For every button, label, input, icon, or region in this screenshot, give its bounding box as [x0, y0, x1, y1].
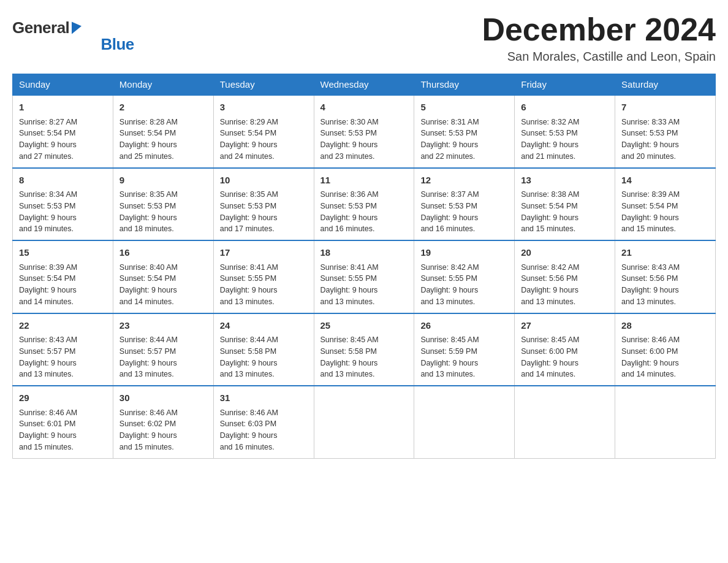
calendar-cell: 10Sunrise: 8:35 AMSunset: 5:53 PMDayligh… [213, 168, 314, 241]
calendar-cell: 18Sunrise: 8:41 AMSunset: 5:55 PMDayligh… [314, 240, 414, 313]
week-row-5: 29Sunrise: 8:46 AMSunset: 6:01 PMDayligh… [13, 386, 716, 458]
day-number: 28 [621, 319, 709, 333]
calendar-cell: 20Sunrise: 8:42 AMSunset: 5:56 PMDayligh… [515, 240, 615, 313]
week-row-3: 15Sunrise: 8:39 AMSunset: 5:54 PMDayligh… [13, 240, 716, 313]
day-number: 7 [621, 101, 709, 115]
day-number: 24 [220, 319, 308, 333]
day-number: 2 [119, 101, 207, 115]
calendar-cell: 17Sunrise: 8:41 AMSunset: 5:55 PMDayligh… [213, 240, 314, 313]
title-section: December 2024 San Morales, Castille and … [482, 12, 716, 64]
weekday-header-thursday: Thursday [414, 74, 515, 96]
day-info: Sunrise: 8:34 AMSunset: 5:53 PMDaylight:… [19, 189, 107, 235]
day-number: 1 [19, 101, 107, 115]
day-info: Sunrise: 8:45 AMSunset: 5:58 PMDaylight:… [320, 334, 408, 380]
day-info: Sunrise: 8:42 AMSunset: 5:56 PMDaylight:… [521, 262, 609, 308]
calendar-cell: 30Sunrise: 8:46 AMSunset: 6:02 PMDayligh… [113, 386, 213, 458]
calendar-cell: 22Sunrise: 8:43 AMSunset: 5:57 PMDayligh… [13, 313, 113, 386]
day-number: 5 [420, 101, 508, 115]
day-number: 20 [521, 246, 609, 260]
day-info: Sunrise: 8:40 AMSunset: 5:54 PMDaylight:… [119, 262, 207, 308]
day-info: Sunrise: 8:29 AMSunset: 5:54 PMDaylight:… [220, 117, 308, 163]
calendar-cell: 3Sunrise: 8:29 AMSunset: 5:54 PMDaylight… [213, 95, 314, 168]
day-info: Sunrise: 8:31 AMSunset: 5:53 PMDaylight:… [420, 117, 508, 163]
day-info: Sunrise: 8:43 AMSunset: 5:56 PMDaylight:… [621, 262, 709, 308]
calendar-cell: 13Sunrise: 8:38 AMSunset: 5:54 PMDayligh… [515, 168, 615, 241]
location-title: San Morales, Castille and Leon, Spain [482, 50, 716, 64]
day-number: 16 [119, 246, 207, 260]
day-info: Sunrise: 8:41 AMSunset: 5:55 PMDaylight:… [320, 262, 408, 308]
calendar-cell: 12Sunrise: 8:37 AMSunset: 5:53 PMDayligh… [414, 168, 515, 241]
weekday-header-friday: Friday [515, 74, 615, 96]
calendar-cell: 16Sunrise: 8:40 AMSunset: 5:54 PMDayligh… [113, 240, 213, 313]
day-number: 13 [521, 174, 609, 188]
day-number: 25 [320, 319, 408, 333]
calendar-cell: 4Sunrise: 8:30 AMSunset: 5:53 PMDaylight… [314, 95, 414, 168]
day-number: 19 [420, 246, 508, 260]
day-number: 4 [320, 101, 408, 115]
calendar-table: SundayMondayTuesdayWednesdayThursdayFrid… [12, 74, 716, 459]
day-number: 30 [119, 391, 207, 405]
page-header: General General Blue December 2024 San M… [12, 12, 716, 64]
day-number: 21 [621, 246, 709, 260]
weekday-header-wednesday: Wednesday [314, 74, 414, 96]
calendar-cell [515, 386, 615, 458]
day-info: Sunrise: 8:39 AMSunset: 5:54 PMDaylight:… [621, 189, 709, 235]
weekday-header-sunday: Sunday [13, 74, 113, 96]
weekday-header-row: SundayMondayTuesdayWednesdayThursdayFrid… [13, 74, 716, 96]
calendar-cell: 27Sunrise: 8:45 AMSunset: 6:00 PMDayligh… [515, 313, 615, 386]
day-info: Sunrise: 8:41 AMSunset: 5:55 PMDaylight:… [220, 262, 308, 308]
calendar-cell: 9Sunrise: 8:35 AMSunset: 5:53 PMDaylight… [113, 168, 213, 241]
day-info: Sunrise: 8:46 AMSunset: 6:01 PMDaylight:… [19, 407, 107, 453]
logo-triangle-icon [72, 20, 82, 34]
day-number: 8 [19, 174, 107, 188]
day-number: 27 [521, 319, 609, 333]
day-info: Sunrise: 8:46 AMSunset: 6:02 PMDaylight:… [119, 407, 207, 453]
calendar-cell: 19Sunrise: 8:42 AMSunset: 5:55 PMDayligh… [414, 240, 515, 313]
week-row-4: 22Sunrise: 8:43 AMSunset: 5:57 PMDayligh… [13, 313, 716, 386]
calendar-cell: 25Sunrise: 8:45 AMSunset: 5:58 PMDayligh… [314, 313, 414, 386]
calendar-cell: 6Sunrise: 8:32 AMSunset: 5:53 PMDaylight… [515, 95, 615, 168]
weekday-header-tuesday: Tuesday [213, 74, 314, 96]
calendar-cell: 31Sunrise: 8:46 AMSunset: 6:03 PMDayligh… [213, 386, 314, 458]
day-number: 26 [420, 319, 508, 333]
day-info: Sunrise: 8:38 AMSunset: 5:54 PMDaylight:… [521, 189, 609, 235]
calendar-cell: 7Sunrise: 8:33 AMSunset: 5:53 PMDaylight… [615, 95, 716, 168]
day-info: Sunrise: 8:45 AMSunset: 5:59 PMDaylight:… [420, 334, 508, 380]
day-info: Sunrise: 8:32 AMSunset: 5:53 PMDaylight:… [521, 117, 609, 163]
day-info: Sunrise: 8:46 AMSunset: 6:03 PMDaylight:… [220, 407, 308, 453]
calendar-cell [615, 386, 716, 458]
calendar-cell: 26Sunrise: 8:45 AMSunset: 5:59 PMDayligh… [414, 313, 515, 386]
day-info: Sunrise: 8:33 AMSunset: 5:53 PMDaylight:… [621, 117, 709, 163]
day-info: Sunrise: 8:42 AMSunset: 5:55 PMDaylight:… [420, 262, 508, 308]
day-number: 15 [19, 246, 107, 260]
day-info: Sunrise: 8:36 AMSunset: 5:53 PMDaylight:… [320, 189, 408, 235]
calendar-cell: 21Sunrise: 8:43 AMSunset: 5:56 PMDayligh… [615, 240, 716, 313]
day-info: Sunrise: 8:37 AMSunset: 5:53 PMDaylight:… [420, 189, 508, 235]
calendar-cell [314, 386, 414, 458]
week-row-2: 8Sunrise: 8:34 AMSunset: 5:53 PMDaylight… [13, 168, 716, 241]
day-info: Sunrise: 8:35 AMSunset: 5:53 PMDaylight:… [119, 189, 207, 235]
day-number: 22 [19, 319, 107, 333]
logo-blue-text: Blue [100, 35, 134, 54]
day-number: 9 [119, 174, 207, 188]
day-info: Sunrise: 8:44 AMSunset: 5:57 PMDaylight:… [119, 334, 207, 380]
day-number: 12 [420, 174, 508, 188]
calendar-cell: 15Sunrise: 8:39 AMSunset: 5:54 PMDayligh… [13, 240, 113, 313]
day-info: Sunrise: 8:44 AMSunset: 5:58 PMDaylight:… [220, 334, 308, 380]
calendar-cell: 2Sunrise: 8:28 AMSunset: 5:54 PMDaylight… [113, 95, 213, 168]
day-info: Sunrise: 8:45 AMSunset: 6:00 PMDaylight:… [521, 334, 609, 380]
weekday-header-monday: Monday [113, 74, 213, 96]
day-number: 29 [19, 391, 107, 405]
day-number: 18 [320, 246, 408, 260]
day-info: Sunrise: 8:28 AMSunset: 5:54 PMDaylight:… [119, 117, 207, 163]
calendar-cell: 28Sunrise: 8:46 AMSunset: 6:00 PMDayligh… [615, 313, 716, 386]
weekday-header-saturday: Saturday [615, 74, 716, 96]
month-title: December 2024 [482, 12, 716, 47]
day-number: 31 [220, 391, 308, 405]
calendar-cell: 14Sunrise: 8:39 AMSunset: 5:54 PMDayligh… [615, 168, 716, 241]
week-row-1: 1Sunrise: 8:27 AMSunset: 5:54 PMDaylight… [13, 95, 716, 168]
day-number: 3 [220, 101, 308, 115]
day-info: Sunrise: 8:43 AMSunset: 5:57 PMDaylight:… [19, 334, 107, 380]
calendar-cell: 23Sunrise: 8:44 AMSunset: 5:57 PMDayligh… [113, 313, 213, 386]
day-info: Sunrise: 8:30 AMSunset: 5:53 PMDaylight:… [320, 117, 408, 163]
